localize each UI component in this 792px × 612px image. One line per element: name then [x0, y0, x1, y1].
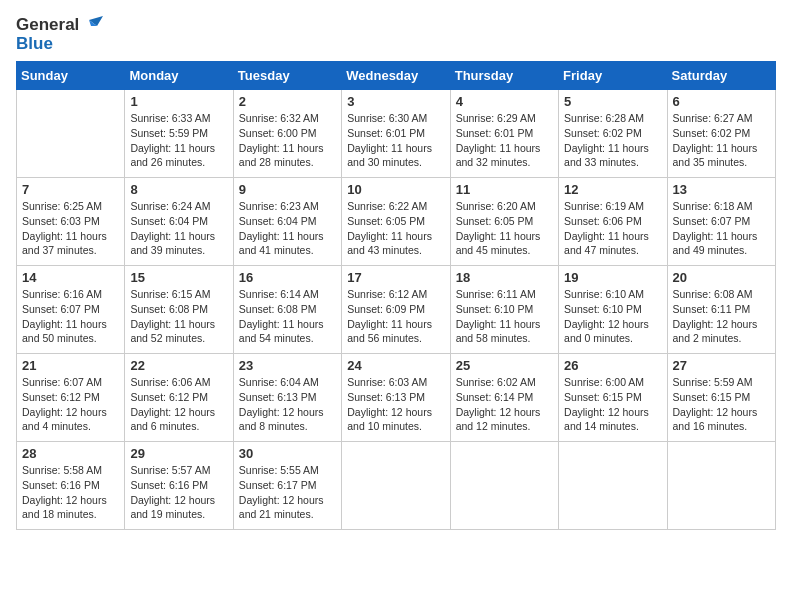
day-cell: 19Sunrise: 6:10 AMSunset: 6:10 PMDayligh…: [559, 266, 667, 354]
col-header-thursday: Thursday: [450, 62, 558, 90]
col-header-tuesday: Tuesday: [233, 62, 341, 90]
day-info: Sunrise: 6:08 AMSunset: 6:11 PMDaylight:…: [673, 287, 770, 346]
day-info: Sunrise: 6:20 AMSunset: 6:05 PMDaylight:…: [456, 199, 553, 258]
day-cell: 5Sunrise: 6:28 AMSunset: 6:02 PMDaylight…: [559, 90, 667, 178]
day-cell: 2Sunrise: 6:32 AMSunset: 6:00 PMDaylight…: [233, 90, 341, 178]
week-row-4: 21Sunrise: 6:07 AMSunset: 6:12 PMDayligh…: [17, 354, 776, 442]
day-number: 14: [22, 270, 119, 285]
calendar-table: SundayMondayTuesdayWednesdayThursdayFrid…: [16, 61, 776, 530]
day-cell: 1Sunrise: 6:33 AMSunset: 5:59 PMDaylight…: [125, 90, 233, 178]
day-number: 15: [130, 270, 227, 285]
day-info: Sunrise: 6:22 AMSunset: 6:05 PMDaylight:…: [347, 199, 444, 258]
day-number: 23: [239, 358, 336, 373]
day-cell: 6Sunrise: 6:27 AMSunset: 6:02 PMDaylight…: [667, 90, 775, 178]
day-cell: 3Sunrise: 6:30 AMSunset: 6:01 PMDaylight…: [342, 90, 450, 178]
day-info: Sunrise: 6:23 AMSunset: 6:04 PMDaylight:…: [239, 199, 336, 258]
day-info: Sunrise: 6:12 AMSunset: 6:09 PMDaylight:…: [347, 287, 444, 346]
day-number: 19: [564, 270, 661, 285]
day-cell: 16Sunrise: 6:14 AMSunset: 6:08 PMDayligh…: [233, 266, 341, 354]
day-cell: 30Sunrise: 5:55 AMSunset: 6:17 PMDayligh…: [233, 442, 341, 530]
day-cell: 15Sunrise: 6:15 AMSunset: 6:08 PMDayligh…: [125, 266, 233, 354]
day-number: 17: [347, 270, 444, 285]
day-info: Sunrise: 6:24 AMSunset: 6:04 PMDaylight:…: [130, 199, 227, 258]
day-info: Sunrise: 6:27 AMSunset: 6:02 PMDaylight:…: [673, 111, 770, 170]
col-header-sunday: Sunday: [17, 62, 125, 90]
day-number: 28: [22, 446, 119, 461]
col-header-friday: Friday: [559, 62, 667, 90]
day-cell: 29Sunrise: 5:57 AMSunset: 6:16 PMDayligh…: [125, 442, 233, 530]
day-number: 1: [130, 94, 227, 109]
day-cell: 17Sunrise: 6:12 AMSunset: 6:09 PMDayligh…: [342, 266, 450, 354]
day-info: Sunrise: 6:00 AMSunset: 6:15 PMDaylight:…: [564, 375, 661, 434]
day-number: 26: [564, 358, 661, 373]
day-number: 27: [673, 358, 770, 373]
day-number: 21: [22, 358, 119, 373]
day-number: 4: [456, 94, 553, 109]
day-number: 11: [456, 182, 553, 197]
day-number: 8: [130, 182, 227, 197]
day-number: 18: [456, 270, 553, 285]
day-number: 16: [239, 270, 336, 285]
day-cell: 12Sunrise: 6:19 AMSunset: 6:06 PMDayligh…: [559, 178, 667, 266]
day-info: Sunrise: 6:04 AMSunset: 6:13 PMDaylight:…: [239, 375, 336, 434]
day-cell: [559, 442, 667, 530]
day-info: Sunrise: 5:59 AMSunset: 6:15 PMDaylight:…: [673, 375, 770, 434]
day-info: Sunrise: 6:19 AMSunset: 6:06 PMDaylight:…: [564, 199, 661, 258]
col-header-monday: Monday: [125, 62, 233, 90]
day-cell: 26Sunrise: 6:00 AMSunset: 6:15 PMDayligh…: [559, 354, 667, 442]
week-row-5: 28Sunrise: 5:58 AMSunset: 6:16 PMDayligh…: [17, 442, 776, 530]
logo: General Blue: [16, 16, 103, 53]
day-info: Sunrise: 6:15 AMSunset: 6:08 PMDaylight:…: [130, 287, 227, 346]
day-info: Sunrise: 6:14 AMSunset: 6:08 PMDaylight:…: [239, 287, 336, 346]
day-number: 5: [564, 94, 661, 109]
day-info: Sunrise: 5:58 AMSunset: 6:16 PMDaylight:…: [22, 463, 119, 522]
day-cell: [667, 442, 775, 530]
day-number: 25: [456, 358, 553, 373]
day-info: Sunrise: 6:03 AMSunset: 6:13 PMDaylight:…: [347, 375, 444, 434]
day-cell: 14Sunrise: 6:16 AMSunset: 6:07 PMDayligh…: [17, 266, 125, 354]
day-cell: 21Sunrise: 6:07 AMSunset: 6:12 PMDayligh…: [17, 354, 125, 442]
day-cell: 4Sunrise: 6:29 AMSunset: 6:01 PMDaylight…: [450, 90, 558, 178]
day-info: Sunrise: 6:30 AMSunset: 6:01 PMDaylight:…: [347, 111, 444, 170]
day-info: Sunrise: 6:16 AMSunset: 6:07 PMDaylight:…: [22, 287, 119, 346]
week-row-3: 14Sunrise: 6:16 AMSunset: 6:07 PMDayligh…: [17, 266, 776, 354]
day-cell: 9Sunrise: 6:23 AMSunset: 6:04 PMDaylight…: [233, 178, 341, 266]
day-cell: 20Sunrise: 6:08 AMSunset: 6:11 PMDayligh…: [667, 266, 775, 354]
day-info: Sunrise: 6:06 AMSunset: 6:12 PMDaylight:…: [130, 375, 227, 434]
day-cell: 28Sunrise: 5:58 AMSunset: 6:16 PMDayligh…: [17, 442, 125, 530]
week-row-2: 7Sunrise: 6:25 AMSunset: 6:03 PMDaylight…: [17, 178, 776, 266]
day-number: 24: [347, 358, 444, 373]
day-cell: 10Sunrise: 6:22 AMSunset: 6:05 PMDayligh…: [342, 178, 450, 266]
day-info: Sunrise: 6:32 AMSunset: 6:00 PMDaylight:…: [239, 111, 336, 170]
day-info: Sunrise: 5:57 AMSunset: 6:16 PMDaylight:…: [130, 463, 227, 522]
day-number: 9: [239, 182, 336, 197]
logo-blue: Blue: [16, 35, 53, 54]
day-info: Sunrise: 6:10 AMSunset: 6:10 PMDaylight:…: [564, 287, 661, 346]
day-cell: 25Sunrise: 6:02 AMSunset: 6:14 PMDayligh…: [450, 354, 558, 442]
day-cell: 24Sunrise: 6:03 AMSunset: 6:13 PMDayligh…: [342, 354, 450, 442]
day-info: Sunrise: 6:02 AMSunset: 6:14 PMDaylight:…: [456, 375, 553, 434]
day-number: 13: [673, 182, 770, 197]
day-cell: [17, 90, 125, 178]
day-info: Sunrise: 6:33 AMSunset: 5:59 PMDaylight:…: [130, 111, 227, 170]
day-cell: [450, 442, 558, 530]
day-number: 29: [130, 446, 227, 461]
day-number: 10: [347, 182, 444, 197]
day-number: 22: [130, 358, 227, 373]
day-info: Sunrise: 6:11 AMSunset: 6:10 PMDaylight:…: [456, 287, 553, 346]
day-info: Sunrise: 6:07 AMSunset: 6:12 PMDaylight:…: [22, 375, 119, 434]
day-cell: 23Sunrise: 6:04 AMSunset: 6:13 PMDayligh…: [233, 354, 341, 442]
day-number: 3: [347, 94, 444, 109]
day-info: Sunrise: 5:55 AMSunset: 6:17 PMDaylight:…: [239, 463, 336, 522]
day-number: 20: [673, 270, 770, 285]
day-info: Sunrise: 6:29 AMSunset: 6:01 PMDaylight:…: [456, 111, 553, 170]
day-info: Sunrise: 6:28 AMSunset: 6:02 PMDaylight:…: [564, 111, 661, 170]
day-cell: 27Sunrise: 5:59 AMSunset: 6:15 PMDayligh…: [667, 354, 775, 442]
day-info: Sunrise: 6:18 AMSunset: 6:07 PMDaylight:…: [673, 199, 770, 258]
header-row: SundayMondayTuesdayWednesdayThursdayFrid…: [17, 62, 776, 90]
day-number: 6: [673, 94, 770, 109]
day-cell: 13Sunrise: 6:18 AMSunset: 6:07 PMDayligh…: [667, 178, 775, 266]
day-number: 2: [239, 94, 336, 109]
week-row-1: 1Sunrise: 6:33 AMSunset: 5:59 PMDaylight…: [17, 90, 776, 178]
logo-general: General: [16, 16, 79, 35]
